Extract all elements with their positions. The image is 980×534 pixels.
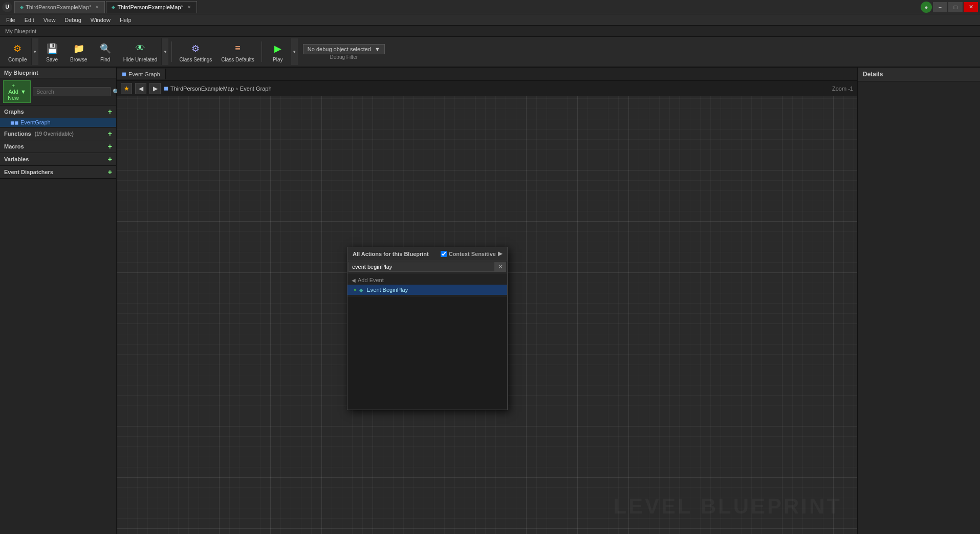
nav-forward-btn[interactable]: ▶: [149, 83, 161, 94]
main-layout: My Blueprint + Add New ▼ 🔍 ⚙ Graphs + ◼◼…: [0, 68, 980, 534]
toolbar-sep-1: [171, 41, 172, 62]
event-begin-play-item[interactable]: ● ◆ Event BeginPlay: [347, 285, 507, 295]
variables-add-btn[interactable]: +: [108, 155, 112, 163]
macros-label: Macros: [4, 143, 24, 149]
breadcrumb-map-icon: ◼: [164, 85, 168, 92]
browse-label: Browse: [70, 57, 87, 62]
tab-2-icon: ◆: [112, 5, 115, 10]
nav-bar: ★ ◀ ▶ ◼ ThirdPersonExampleMap › Event Gr…: [117, 81, 857, 96]
functions-section-header[interactable]: Functions (19 Overridable) +: [0, 127, 116, 140]
minimize-btn[interactable]: −: [933, 2, 947, 12]
popup-search-bar: ✕: [347, 261, 507, 273]
breadcrumb-graph: Event Graph: [240, 86, 272, 92]
close-btn[interactable]: ✕: [964, 2, 978, 12]
hide-unrelated-btn-group: 👁 Hide Unrelated ▼: [119, 38, 169, 65]
functions-add-btn[interactable]: +: [108, 130, 112, 138]
menu-window[interactable]: Window: [86, 16, 115, 24]
tab-2[interactable]: ◆ ThirdPersonExampleMap* ✕: [106, 1, 197, 13]
category-arrow: ◀: [352, 277, 356, 283]
menu-debug[interactable]: Debug: [60, 16, 85, 24]
breadcrumb-sep: ›: [236, 86, 238, 92]
play-button[interactable]: ▶ Play: [265, 38, 291, 65]
debug-filter-label: Debug Filter: [330, 54, 358, 60]
functions-section: Functions (19 Overridable) +: [0, 127, 116, 140]
event-dispatchers-section-header[interactable]: Event Dispatchers +: [0, 166, 116, 178]
add-event-category[interactable]: ◀ Add Event: [347, 275, 507, 285]
macros-section-header[interactable]: Macros +: [0, 140, 116, 153]
graphs-add-btn[interactable]: +: [108, 108, 112, 116]
nav-star-icon: ★: [124, 85, 129, 92]
class-settings-label: Class Settings: [179, 57, 212, 62]
my-blueprint-label: My Blueprint: [4, 70, 38, 76]
event-dispatchers-add-btn[interactable]: +: [108, 168, 112, 176]
zoom-label: Zoom -1: [832, 86, 853, 92]
tab-2-label: ThirdPersonExampleMap*: [117, 4, 183, 10]
find-button[interactable]: 🔍 Find: [93, 38, 118, 65]
functions-label: Functions (19 Overridable): [4, 131, 74, 137]
menu-help[interactable]: Help: [116, 16, 136, 24]
compile-icon: ⚙: [10, 41, 25, 56]
menu-edit[interactable]: Edit: [20, 16, 38, 24]
graph-canvas[interactable]: ◼ Event Graph ★ ◀ ▶ ◼ ThirdPersonExample…: [117, 68, 857, 534]
browse-button[interactable]: 📁 Browse: [66, 38, 92, 65]
item-pin-icon: ●: [354, 287, 356, 292]
event-graph-item[interactable]: ◼◼ EventGraph: [0, 118, 116, 127]
nav-star-btn[interactable]: ★: [121, 83, 132, 94]
add-new-label: + Add New: [8, 82, 19, 101]
context-sensitive-toggle[interactable]: Context Sensitive ▶: [441, 250, 502, 257]
debug-dropdown-value: No debug object selected: [308, 46, 371, 52]
context-sensitive-checkbox[interactable]: [441, 251, 447, 257]
context-sensitive-arrow: ▶: [498, 250, 502, 257]
play-btn-group: ▶ Play ▼: [265, 38, 298, 65]
maximize-btn[interactable]: □: [948, 2, 963, 12]
find-label: Find: [100, 57, 110, 62]
compile-label: Compile: [8, 57, 27, 62]
debug-dropdown-arrow: ▼: [375, 46, 380, 52]
menu-file[interactable]: File: [2, 16, 19, 24]
popup-list: ◀ Add Event ● ◆ Event BeginPlay: [347, 273, 507, 297]
event-begin-play-label: Event BeginPlay: [366, 287, 408, 293]
blueprint-title-label: My Blueprint: [5, 28, 36, 34]
search-input[interactable]: [33, 87, 111, 96]
nav-back-icon: ◀: [139, 85, 143, 92]
green-btn[interactable]: ●: [921, 2, 932, 13]
left-panel-header: My Blueprint: [0, 68, 116, 78]
debug-dropdown[interactable]: No debug object selected ▼: [303, 44, 385, 54]
compile-button[interactable]: ⚙ Compile: [4, 38, 31, 65]
class-settings-button[interactable]: ⚙ Class Settings: [175, 38, 216, 65]
title-bar: U ◆ ThirdPersonExampleMap* ✕ ◆ ThirdPers…: [0, 0, 980, 14]
add-new-button[interactable]: + Add New ▼: [3, 80, 31, 103]
popup-clear-btn[interactable]: ✕: [495, 262, 506, 272]
graphs-section: Graphs + ◼◼ EventGraph: [0, 105, 116, 127]
save-button[interactable]: 💾 Save: [39, 38, 65, 65]
macros-add-btn[interactable]: +: [108, 142, 112, 151]
event-dispatchers-label: Event Dispatchers: [4, 169, 53, 175]
nav-forward-icon: ▶: [153, 85, 158, 92]
hide-unrelated-dropdown[interactable]: ▼: [161, 38, 168, 65]
toolbar: ⚙ Compile ▼ 💾 Save 📁 Browse 🔍 Find 👁 Hid…: [0, 37, 980, 68]
window-controls: ● − □ ✕: [921, 2, 978, 13]
variables-section-header[interactable]: Variables +: [0, 153, 116, 165]
nav-back-btn[interactable]: ◀: [135, 83, 146, 94]
event-graph-icon: ◼◼: [10, 120, 18, 125]
blueprint-title-bar: My Blueprint: [0, 26, 980, 37]
tab-1-close[interactable]: ✕: [95, 5, 99, 10]
item-diamond-icon: ◆: [359, 287, 363, 293]
event-graph-tab-icon: ◼: [122, 71, 126, 77]
hide-unrelated-button[interactable]: 👁 Hide Unrelated: [119, 38, 162, 65]
graph-header: ◼ Event Graph: [117, 68, 857, 81]
popup-title-bar: All Actions for this Blueprint Context S…: [347, 247, 507, 261]
event-graph-tab[interactable]: ◼ Event Graph: [117, 69, 166, 79]
tab-1[interactable]: ◆ ThirdPersonExampleMap* ✕: [14, 1, 105, 13]
menu-view[interactable]: View: [39, 16, 60, 24]
play-dropdown[interactable]: ▼: [291, 38, 298, 65]
tab-2-close[interactable]: ✕: [187, 5, 191, 10]
breadcrumb-map: ThirdPersonExampleMap: [170, 86, 234, 92]
compile-dropdown[interactable]: ▼: [31, 38, 38, 65]
toolbar-sep-2: [262, 41, 262, 62]
graphs-section-header[interactable]: Graphs +: [0, 105, 116, 118]
class-defaults-button[interactable]: ≡ Class Defaults: [217, 38, 258, 65]
variables-section: Variables +: [0, 153, 116, 166]
popup-search-input[interactable]: [349, 262, 495, 272]
context-sensitive-label: Context Sensitive: [449, 251, 496, 257]
